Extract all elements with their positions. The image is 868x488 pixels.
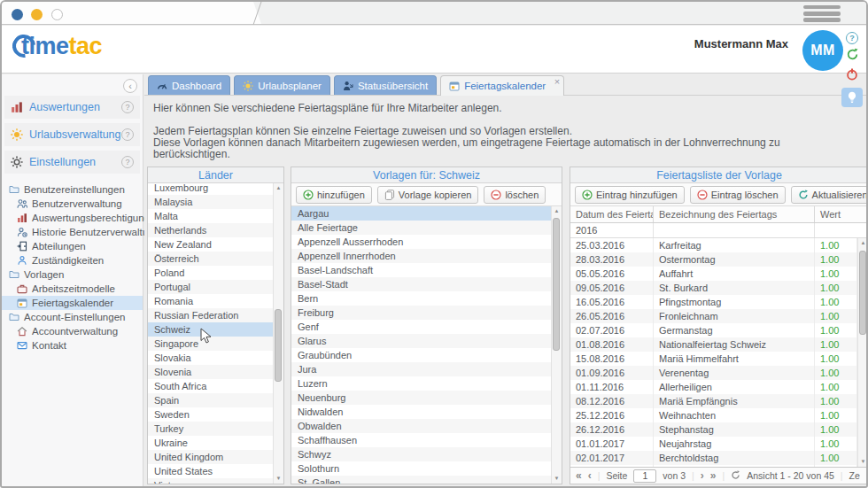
sidebar-item-kontakt[interactable]: Kontakt [2,338,143,352]
sidebar-item-vorlagen[interactable]: Vorlagen [2,267,143,282]
list-item[interactable]: Luxembourg [148,183,273,195]
timetac-logo[interactable]: timetac [12,31,145,68]
list-item[interactable]: Vietnam [148,478,273,484]
table-row[interactable]: 25.12.2016 Weihnachten 1.00 [570,408,857,422]
window-dot-blue[interactable] [12,9,23,20]
browser-menu-icon[interactable] [803,5,841,22]
scrollbar-thumb[interactable] [859,251,866,335]
prev-page-icon[interactable]: ‹ [588,470,592,481]
table-row[interactable]: 01.08.2016 Nationalfeiertag Schweiz 1.00 [570,337,857,352]
vorlagen-scrollbar[interactable]: ▲ ▼ [551,206,562,484]
idea-bulb-button[interactable] [841,88,863,107]
table-row[interactable]: 25.03.2016 Karfreitag 1.00 [570,238,857,252]
list-item[interactable]: Romania [148,294,273,308]
table-row[interactable]: 09.05.2016 St. Burkard 1.00 [570,281,857,295]
list-item[interactable]: Österreich [148,252,273,266]
sidebar-item-benutzerverwaltung[interactable]: Benutzerverwaltung [2,197,143,211]
list-item[interactable]: Malaysia [148,195,273,209]
list-item[interactable]: Poland [148,266,273,280]
tab-feiertagskalender[interactable]: Feiertagskalender × [440,75,564,96]
list-item[interactable]: Jura [291,362,551,376]
delete-vorlage-button[interactable]: löschen [484,186,546,204]
laender-scrollbar[interactable]: ▲ ▼ [273,183,283,484]
avatar[interactable]: MM [802,30,843,71]
tab-close-icon[interactable]: × [554,76,560,87]
tab-urlaubsplaner[interactable]: Urlaubsplaner [234,75,330,95]
scroll-down-icon[interactable]: ▼ [552,474,562,484]
group-help-icon[interactable]: ? [121,128,134,141]
page-number-input[interactable] [633,469,656,483]
scroll-down-icon[interactable]: ▼ [274,474,283,484]
copy-vorlage-button[interactable]: Vorlage kopieren [377,186,479,204]
sidebar-item-historie-benutzerverwaltung[interactable]: Historie Benutzerverwaltung [2,225,143,239]
list-item[interactable]: St. Gallen [291,476,551,484]
list-item[interactable]: Glarus [291,334,551,348]
list-item[interactable]: Neuenburg [291,391,551,405]
table-row[interactable]: 16.05.2016 Pfingstmontag 1.00 [570,295,857,309]
list-item[interactable]: Turkey [148,422,273,436]
list-item[interactable]: South Africa [148,379,273,393]
logout-power-icon[interactable] [841,68,864,84]
sidebar-item-arbeitszeitmodelle[interactable]: Arbeitszeitmodelle [2,282,143,296]
table-row[interactable]: 08.12.2016 Mariä Empfängnis 1.00 [570,394,857,408]
group-help-icon[interactable]: ? [121,156,134,168]
scroll-up-icon[interactable]: ▲ [858,238,868,248]
list-item[interactable]: Slovakia [148,351,273,365]
list-item[interactable]: Graubünden [291,348,551,362]
table-row[interactable]: 02.01.2017 Berchtoldstag 1.00 [570,451,857,465]
add-entry-button[interactable]: Eintrag hinzufügen [575,186,685,204]
list-item[interactable]: Bern [291,291,551,306]
list-item[interactable]: Appenzell Ausserrhoden [291,235,551,249]
first-page-icon[interactable]: « [576,470,582,481]
list-item[interactable]: Sweden [148,407,273,422]
sidebar-item-benutzereinstellungen[interactable]: Benutzereinstellungen [2,182,143,197]
table-row[interactable]: 01.01.2017 Neujahrstag 1.00 [570,437,857,451]
list-item[interactable]: Nidwalden [291,405,551,419]
delete-entry-button[interactable]: Eintrag löschen [690,186,786,204]
list-item[interactable]: Malta [148,209,273,223]
group-help-icon[interactable]: ? [121,101,134,113]
list-item[interactable]: United States [148,464,273,478]
window-dot-white[interactable] [51,9,63,20]
tab-statusuebersicht[interactable]: Statusübersicht [334,75,437,95]
table-row[interactable]: 15.08.2016 Mariä Himmelfahrt 1.00 [570,352,857,366]
last-page-icon[interactable]: » [710,470,717,481]
sidebar-item-account-einstellungen[interactable]: Account-Einstellungen [2,310,143,324]
table-scrollbar[interactable]: ▲ ▼ [857,238,868,467]
list-item[interactable]: United Kingdom [148,450,273,464]
sidebar-group-auswertungen[interactable]: Auswertungen ? [4,96,140,119]
refresh-entries-button[interactable]: Aktualisieren [791,186,868,204]
list-item[interactable]: New Zealand [148,237,273,252]
sidebar-collapse-button[interactable]: ‹ [123,79,137,93]
help-icon[interactable]: ? [841,28,864,44]
list-item[interactable]: Genf [291,320,551,334]
sidebar-item-accountverwaltung[interactable]: Accountverwaltung [2,324,143,338]
sidebar-item-feiertagskalender[interactable]: Feiertagskalender [2,296,143,310]
sidebar-group-einstellungen[interactable]: Einstellungen ? [4,151,140,174]
list-item[interactable]: Netherlands [148,223,273,237]
list-item[interactable]: Solothurn [291,461,551,476]
list-item[interactable]: Luzern [291,376,551,391]
scroll-up-icon[interactable]: ▲ [274,183,283,193]
window-dot-yellow[interactable] [31,9,43,20]
next-page-icon[interactable]: › [701,470,704,481]
scrollbar-thumb[interactable] [275,309,282,381]
list-item[interactable]: Spain [148,393,273,407]
column-header-name[interactable]: Bezeichnung des Feiertags [654,206,815,222]
list-item[interactable]: Ukraine [148,436,273,450]
scroll-down-icon[interactable]: ▼ [858,457,868,467]
name-filter-input[interactable] [654,223,815,237]
list-item[interactable]: Schwyz [291,447,551,461]
table-row[interactable]: 28.03.2016 Ostermontag 1.00 [570,252,857,267]
list-item[interactable]: Obwalden [291,419,551,433]
column-header-date[interactable]: Datum des Feiertags ↑ [570,206,654,222]
list-item[interactable]: Schaffhausen [291,433,551,447]
list-item[interactable]: Basel-Stadt [291,277,551,291]
sidebar-group-urlaubsverwaltung[interactable]: Urlaubsverwaltung ? [4,123,140,146]
table-row[interactable]: 26.05.2016 Fronleichnam 1.00 [570,309,857,323]
column-header-value[interactable]: Wert [815,206,868,222]
sidebar-item-abteilungen[interactable]: Abteilungen [2,239,143,253]
table-row[interactable]: 01.11.2016 Allerheiligen 1.00 [570,380,857,394]
tab-dashboard[interactable]: Dashboard [148,75,230,95]
scroll-up-icon[interactable]: ▲ [552,206,562,216]
